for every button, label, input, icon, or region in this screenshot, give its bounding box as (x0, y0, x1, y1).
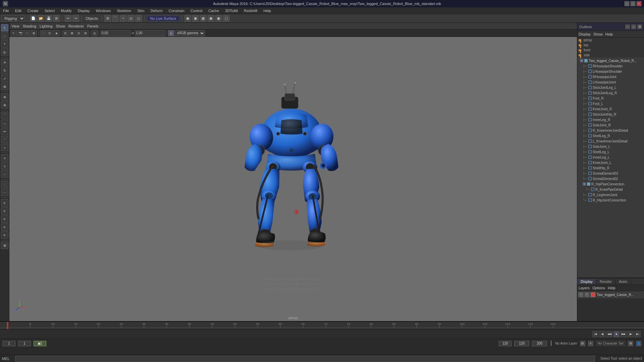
menu-constrain[interactable]: Constrain (168, 8, 185, 13)
outliner-root-item[interactable]: ▼ Two_legged_Cassie_Robot_R... (577, 58, 644, 63)
outliner-item-stickjoint-hip-r[interactable]: ├─ StickJointHip_R (577, 112, 644, 117)
layer-tool-3[interactable]: ≡ (1, 215, 8, 223)
vt-obj-select[interactable]: □ (24, 30, 30, 36)
camera-item-front[interactable]: front (577, 48, 644, 53)
restore-button[interactable]: □ (631, 1, 635, 6)
layer-menu-options[interactable]: Options (592, 286, 605, 290)
snap-curve[interactable]: ⌒ (112, 15, 119, 22)
outliner-item-l-kneeinnerdetail[interactable]: ├─ L_KneeInnerJointDetail (577, 138, 644, 144)
bezier-tool[interactable]: ⌁ (1, 144, 8, 151)
vt-display-4[interactable]: ⊞ (83, 30, 89, 36)
outliner-item-kneejoint-l[interactable]: ├─ KneeJoint_L (577, 160, 644, 165)
outliner-item-r-kneeinnerdetail[interactable]: ├─ R_KneeInnerJointDetail (577, 128, 644, 133)
pencil-tool[interactable]: ✏ (1, 128, 8, 135)
vt-textured[interactable]: ⊡ (47, 30, 53, 36)
lasso-tool-button[interactable]: ◌ (1, 32, 8, 40)
step-forward-button[interactable]: |▶ (628, 331, 634, 337)
layer-tool-5[interactable]: ≡ (1, 231, 8, 239)
current-frame-display[interactable]: 1 (3, 341, 15, 346)
new-button[interactable]: 📄 (30, 15, 37, 22)
vt-isolate[interactable]: ◎ (92, 30, 98, 36)
camera-item-top[interactable]: top (577, 43, 644, 48)
mel-input[interactable] (15, 356, 595, 362)
layer-visibility-v[interactable]: V (579, 292, 583, 297)
outliner-menu-help[interactable]: Help (605, 32, 613, 36)
layer-menu-layers[interactable]: Layers (579, 286, 590, 290)
curve-tool[interactable]: ⌒ (1, 112, 8, 119)
menu-edit[interactable]: Edit (14, 8, 22, 13)
gamma-icon[interactable]: γ (168, 30, 174, 36)
paint-select-button[interactable]: ⌖ (1, 40, 8, 48)
layer-tool-1[interactable]: ≡ (1, 199, 8, 206)
tab-render[interactable]: Render (596, 279, 615, 284)
menu-3dtoall[interactable]: 3DToAll (224, 8, 239, 13)
vt-camera[interactable]: 📷 (17, 30, 23, 36)
vt-display-1[interactable]: ⊟ (62, 30, 68, 36)
outliner-item-foot-r[interactable]: ├─ Foot_R (577, 96, 644, 101)
outliner-content[interactable]: persp top front side (577, 38, 644, 278)
layer-tool-2[interactable]: ≡ (1, 207, 8, 215)
outliner-item-r-hippipe[interactable]: ▼ R_HipPipeConnection (577, 181, 644, 187)
render-btn5[interactable]: ▣ (215, 15, 222, 22)
range-start-input[interactable] (514, 341, 529, 346)
rotate-tool-button[interactable]: ↻ (1, 67, 8, 74)
outliner-item-foot-l[interactable]: ├─ Foot_L (577, 101, 644, 106)
menu-windows[interactable]: Windows (95, 8, 112, 13)
open-button[interactable]: 📂 (38, 15, 44, 22)
outliner-item-r-hipjointconn[interactable]: └─ R_HipJointConnection (577, 197, 644, 203)
three-point-arc[interactable]: ◜ (1, 136, 8, 143)
collapse-root-button[interactable]: ▼ (580, 59, 583, 62)
outliner-item-screwelement02[interactable]: ├─ ScrewElement02 (577, 176, 644, 181)
outliner-item-stickjoint-leg-r[interactable]: ├─ StickJointLeg_R (577, 90, 644, 96)
vt-select[interactable]: ↖ (11, 30, 17, 36)
save-button[interactable]: 💾 (45, 15, 52, 22)
outliner-settings-button[interactable]: ⚙ (637, 24, 642, 29)
menu-select[interactable]: Select (44, 8, 56, 13)
outliner-item-screwelement03[interactable]: ├─ ScrewElement03 (577, 171, 644, 176)
gamma-value1-input[interactable] (101, 30, 131, 36)
menu-control[interactable]: Control (190, 8, 203, 13)
menu-display[interactable]: Display (77, 8, 91, 13)
tab-anim[interactable]: Anim (615, 279, 631, 284)
vt-wireframe[interactable]: ⊞ (31, 30, 37, 36)
close-button[interactable]: ✕ (637, 1, 641, 6)
outliner-item-solejoint-r[interactable]: ├─ SoleJoint_R (577, 122, 644, 128)
viewport-menu-view[interactable]: View (11, 24, 19, 28)
gamma-value2-input[interactable] (135, 30, 165, 36)
viewport-content[interactable]: persp X Y Z (9, 37, 577, 321)
vt-display-2[interactable]: ⊠ (69, 30, 75, 36)
render-btn2[interactable]: ▣ (192, 15, 199, 22)
snap-point[interactable]: • (120, 15, 126, 22)
outliner-item-rhosepipe-joint[interactable]: ├─ RHosepipeJoint (577, 74, 644, 79)
render-btn4[interactable]: ▣ (208, 15, 214, 22)
outliner-item-shellleg-l[interactable]: ├─ ShellLeg_L (577, 149, 644, 155)
show-manipulator[interactable]: ⊗ (1, 101, 8, 109)
viewport-menu-lighting[interactable]: Lighting (40, 24, 53, 28)
camera-item-persp[interactable]: persp (577, 38, 644, 43)
menu-deform[interactable]: Deform (150, 8, 164, 13)
paint-skin-tool[interactable]: ⋮ (1, 181, 8, 188)
vt-lit[interactable]: ◈ (53, 30, 59, 36)
viewport-menu-shading[interactable]: Shading (23, 24, 36, 28)
render-btn3[interactable]: ▦ (200, 15, 207, 22)
undo-button[interactable]: ↩ (65, 15, 71, 22)
render-btn6[interactable]: ▢ (223, 15, 230, 22)
layer-playback-p[interactable]: P (585, 292, 589, 297)
snap-grid[interactable]: ⊞ (104, 15, 111, 22)
tab-display[interactable]: Display (577, 279, 596, 284)
joint-tool[interactable]: ⌾ (1, 154, 8, 162)
soft-mod-button[interactable]: ⊕ (1, 93, 8, 101)
transform-button[interactable]: ⊞ (1, 83, 8, 90)
render-btn1[interactable]: ▣ (184, 15, 191, 22)
anim-layer-settings[interactable]: ⚙ (580, 341, 585, 346)
range-end-input[interactable] (532, 341, 547, 346)
outliner-item-solejoint-l[interactable]: ├─ SoleJoint_L (577, 144, 644, 149)
mode-dropdown[interactable]: Rigging (1, 15, 25, 22)
play-forward-button[interactable]: ▶▶ (621, 331, 627, 337)
soft-select-button[interactable]: ◎ (1, 48, 8, 56)
scale-tool-button[interactable]: ⤢ (1, 75, 8, 82)
menu-help[interactable]: Help (262, 8, 272, 13)
redo-button[interactable]: ↪ (72, 15, 79, 22)
snap-view[interactable]: ◎ (127, 15, 134, 22)
menu-modify[interactable]: Modify (60, 8, 72, 13)
